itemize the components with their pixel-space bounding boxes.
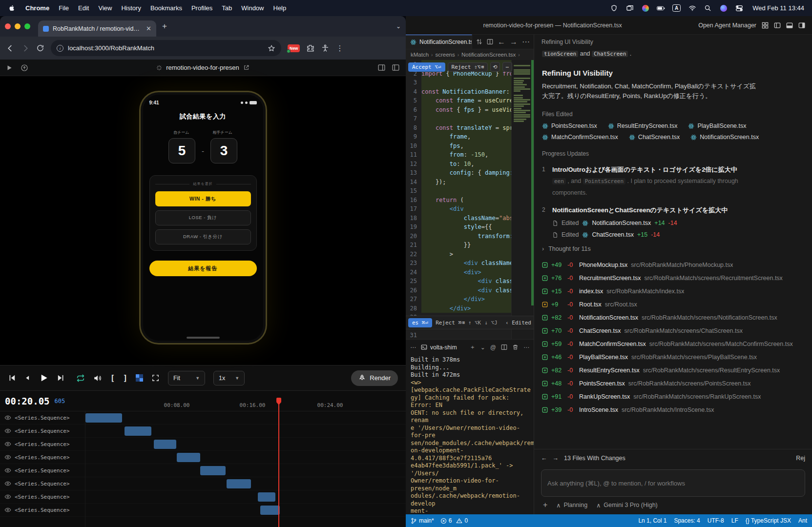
maximize-window-button[interactable] <box>24 23 30 29</box>
status-item[interactable]: {} TypeScript JSX <box>746 517 791 524</box>
forward-icon[interactable] <box>21 44 30 53</box>
sequence-bar[interactable] <box>260 506 280 515</box>
menubar-clock[interactable]: Wed Feb 11 13:44 <box>752 4 804 12</box>
edited-file-nav[interactable]: ‹ Edited <box>505 320 531 326</box>
pinwheel-icon[interactable] <box>641 4 649 12</box>
control-center-icon[interactable] <box>735 4 743 12</box>
input-source-icon[interactable]: A <box>672 4 681 12</box>
menu-edit[interactable]: Edit <box>78 4 89 12</box>
changed-file-row[interactable]: +70-0 ChatScreen.tsxsrc/RobRankMatch/scr… <box>542 324 804 337</box>
sequence-bar[interactable] <box>125 426 151 436</box>
menu-view[interactable]: View <box>98 4 112 12</box>
changed-file-row[interactable]: +15-0 index.tsxsrc/RobRankMatch/index.ts… <box>542 284 804 298</box>
reject-button[interactable]: Reject ⇧⌥⌫ <box>448 62 488 72</box>
reload-icon[interactable] <box>36 44 44 52</box>
changed-file-row[interactable]: +46-0 PlayBallScene.tsxsrc/RobRankMatch/… <box>542 350 804 364</box>
spotlight-icon[interactable] <box>704 4 712 12</box>
agent-session-title[interactable]: Refining UI Visibility <box>534 35 812 49</box>
url-bar[interactable]: i localhost:3000/RobRankMatch <box>51 40 281 56</box>
track-label[interactable]: <Series.Sequence> <box>15 415 70 421</box>
split-editor-icon[interactable] <box>487 39 493 45</box>
new-terminal-icon[interactable]: ＋ <box>470 343 476 351</box>
status-item[interactable]: Ant <box>798 517 807 524</box>
in-point-icon[interactable]: [ <box>110 374 115 383</box>
nav-forward-icon[interactable]: → <box>510 38 518 46</box>
close-window-button[interactable] <box>5 23 11 29</box>
toggle-left-panel-icon[interactable] <box>377 63 386 72</box>
changed-file-row[interactable]: +48-0 PointsScreen.tsxsrc/RobRankMatch/s… <box>542 377 804 390</box>
eye-icon[interactable] <box>4 467 11 474</box>
eye-icon[interactable] <box>4 507 11 513</box>
upload-icon[interactable] <box>21 64 28 72</box>
external-link-icon[interactable] <box>243 64 250 71</box>
skip-to-start-icon[interactable] <box>8 374 16 382</box>
breadcrumb-item[interactable]: kMatch <box>411 52 429 58</box>
status-item[interactable]: UTF-8 <box>708 517 724 524</box>
changed-file-row[interactable]: +82-0 ResultEntryScreen.tsxsrc/RobRankMa… <box>542 364 804 377</box>
play-icon[interactable] <box>39 373 48 383</box>
edit-row[interactable]: EditedNotificationScreen.tsx+14-14 <box>552 220 804 226</box>
sequence-bar[interactable] <box>258 492 275 502</box>
eye-icon[interactable] <box>4 427 11 434</box>
menu-tab[interactable]: Tab <box>222 4 232 12</box>
menu-history[interactable]: History <box>121 4 141 12</box>
accept-changes-button[interactable]: es ⌘⏎ <box>408 318 432 327</box>
changed-file-row[interactable]: +91-0 RankUpScreen.tsxsrc/RobRankMatch/s… <box>542 390 804 403</box>
eye-icon[interactable] <box>4 454 11 461</box>
siri-icon[interactable] <box>719 4 728 12</box>
sequence-bar[interactable] <box>85 413 122 423</box>
changed-file-row[interactable]: +82-0 NotificationScreen.tsxsrc/RobRankM… <box>542 311 804 324</box>
new-tab-button[interactable]: + <box>162 21 167 31</box>
menu-chrome[interactable]: Chrome <box>25 4 49 12</box>
eye-icon[interactable] <box>4 493 11 500</box>
speed-select[interactable]: 1x▼ <box>213 371 245 385</box>
chrome-menu-icon[interactable]: ⋮ <box>336 44 344 53</box>
menu-file[interactable]: File <box>59 4 69 12</box>
track-label[interactable]: <Series.Sequence> <box>15 428 70 434</box>
status-item[interactable]: Ln 1, Col 1 <box>638 517 666 524</box>
timeline-ruler[interactable]: 00:08.0000:16.0000:24.00 <box>85 391 406 411</box>
kill-terminal-icon[interactable] <box>512 344 519 350</box>
breadcrumb[interactable]: kMatch›screens›NotificationScreen.tsx› <box>406 49 534 60</box>
next-change-key[interactable]: ↓ ⌥J <box>484 320 498 326</box>
extensions-icon[interactable] <box>306 44 314 52</box>
current-frame[interactable]: 605 <box>55 398 65 405</box>
accept-button[interactable]: Accept ⌥⏎ <box>408 62 445 72</box>
changed-file-row[interactable]: +76-0 RecruitmentScreen.tsxsrc/RobRankMa… <box>542 271 804 284</box>
eye-icon[interactable] <box>4 441 11 447</box>
changed-file-row[interactable]: +39-0 IntroScene.tsxsrc/RobRankMatch/Int… <box>542 403 804 416</box>
breadcrumb-item[interactable]: NotificationScreen.tsx <box>461 52 516 58</box>
toggle-sidebar-icon[interactable] <box>774 22 781 29</box>
toggle-panel-icon[interactable] <box>786 22 793 29</box>
edited-file-chip[interactable]: PlayBallScene.tsx <box>688 122 746 129</box>
eye-icon[interactable] <box>4 480 11 487</box>
menu-bookmarks[interactable]: Bookmarks <box>150 4 182 12</box>
add-context-button[interactable]: + <box>543 501 547 509</box>
track-label[interactable]: <Series.Sequence> <box>15 481 70 487</box>
skip-to-end-icon[interactable] <box>57 374 65 382</box>
prev-file-icon[interactable]: ← <box>541 455 547 462</box>
terminal-tab[interactable]: volta-shim <box>421 344 457 351</box>
compare-icon[interactable] <box>476 39 482 45</box>
prev-change-key[interactable]: ↑ ⌥K <box>468 320 481 326</box>
sequence-bar[interactable] <box>200 466 226 475</box>
tab-search-icon[interactable]: ⌄ <box>396 23 401 30</box>
problems-item[interactable]: 6 0 <box>440 517 468 524</box>
changed-file-row[interactable]: +59-0 MatchConfirmScreen.tsxsrc/RobRankM… <box>542 337 804 350</box>
changed-file-row[interactable]: +49-0 PhoneMockup.tsxsrc/RobRankMatch/Ph… <box>542 258 804 271</box>
minimap[interactable] <box>511 60 534 339</box>
track-label[interactable]: <Series.Sequence> <box>15 507 70 513</box>
fullscreen-icon[interactable] <box>151 374 160 382</box>
back-icon[interactable] <box>6 44 15 53</box>
more-icon[interactable]: ⋯ <box>502 62 512 72</box>
panel-more-icon[interactable]: ⋯ <box>410 344 416 351</box>
status-item[interactable]: Spaces: 4 <box>674 517 700 524</box>
model-selector[interactable]: ∧ Gemini 3 Pro (High) <box>596 502 658 509</box>
editor-tab-notificationscreen[interactable]: NotificationScreen.ts <box>406 35 472 49</box>
changed-file-row[interactable]: +9-0 Root.tsxsrc/Root.tsx <box>542 298 804 311</box>
agent-conversation[interactable]: tionScreen and ChatScreen . Refining UI … <box>534 49 812 449</box>
breadcrumb-item[interactable]: screens <box>435 52 455 58</box>
edited-file-chip[interactable]: PointsScreen.tsx <box>542 122 597 129</box>
thought-row[interactable]: › Thought for 11s <box>542 245 804 252</box>
edited-file-chip[interactable]: ResultEntryScreen.tsx <box>608 122 678 129</box>
